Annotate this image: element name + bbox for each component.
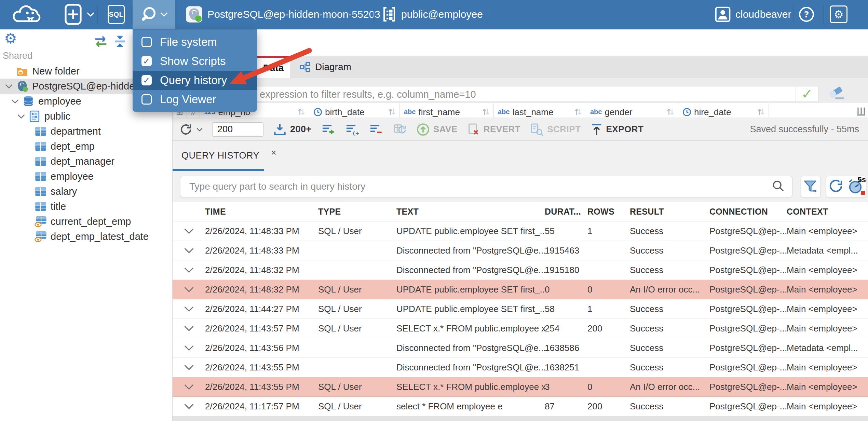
link-with-editor-button[interactable] <box>93 35 109 49</box>
delete-row-button[interactable] <box>369 123 383 136</box>
schema-selector[interactable]: public@employee <box>382 0 483 29</box>
history-column-result[interactable]: RESULT <box>630 207 709 217</box>
row-expander-chevron-icon[interactable] <box>173 287 205 292</box>
checked-checkbox-icon[interactable]: ✓ <box>141 75 152 85</box>
clear-filter-button[interactable] <box>827 85 846 101</box>
tab-data[interactable]: Data <box>257 56 290 78</box>
collapse-all-button[interactable] <box>113 35 127 49</box>
tree-item-dept-emp-latest-date[interactable]: dept_emp_latest_date <box>0 229 173 244</box>
refresh-table-button[interactable] <box>393 123 407 136</box>
history-search-input[interactable] <box>180 181 772 192</box>
grid-column-last-name[interactable]: abclast_name <box>494 103 586 118</box>
history-row[interactable]: 2/26/2024, 11:43:57 PMSQL / UserSELECT x… <box>173 319 868 338</box>
grid-column-hire-date[interactable]: hire_date <box>678 103 769 118</box>
history-row[interactable]: 2/26/2024, 11:43:56 PMDisconnected from … <box>173 338 868 358</box>
history-column-time[interactable]: TIME <box>205 207 318 217</box>
query-history-tab[interactable]: QUERY HISTORY × <box>181 150 276 161</box>
tree-expander-chevron-icon[interactable] <box>3 84 15 89</box>
export-button[interactable]: EXPORT <box>591 123 644 136</box>
filter-expression-input[interactable]: expression to filter results, e.g. colum… <box>180 86 818 102</box>
history-filter-button[interactable] <box>801 176 820 197</box>
row-expander-chevron-icon[interactable] <box>173 345 205 351</box>
sort-arrows-icon[interactable] <box>482 108 490 117</box>
filter-funnel-icon <box>803 179 818 194</box>
menu-item-query-history[interactable]: ✓Query history <box>133 71 257 90</box>
add-row-button[interactable] <box>321 123 336 136</box>
refresh-button[interactable] <box>179 122 203 137</box>
row-expander-chevron-icon[interactable] <box>173 306 205 312</box>
history-column-rows[interactable]: ROWS <box>587 207 630 217</box>
history-row[interactable]: 2/26/2024, 11:48:32 PMSQL / UserUPDATE p… <box>173 280 868 299</box>
tree-expander-chevron-icon[interactable] <box>15 114 27 119</box>
tree-item-title[interactable]: title <box>0 199 173 214</box>
sort-arrows-icon[interactable] <box>666 108 675 117</box>
history-column-context[interactable]: CONTEXT <box>787 207 868 217</box>
script-button[interactable]: SCRIPT <box>530 123 581 136</box>
user-menu[interactable]: cloudbeaver <box>715 0 791 29</box>
sql-editor-button[interactable]: SQL <box>108 0 125 29</box>
unchecked-checkbox-icon[interactable] <box>141 94 152 105</box>
settings-button[interactable]: ⚙ <box>830 0 847 29</box>
history-row[interactable]: 2/26/2024, 11:44:27 PMSQL / UserUPDATE p… <box>173 299 868 319</box>
row-expander-chevron-icon[interactable] <box>173 404 205 409</box>
tree-item-employee[interactable]: employee <box>0 169 173 184</box>
tab-diagram[interactable]: Diagram <box>290 56 361 78</box>
row-expander-chevron-icon[interactable] <box>173 365 205 370</box>
tree-item-dept-manager[interactable]: dept_manager <box>0 154 173 169</box>
history-column-type[interactable]: TYPE <box>318 207 396 217</box>
history-row[interactable]: 2/26/2024, 11:48:33 PMDisconnected from … <box>173 241 868 260</box>
tools-menu-button[interactable] <box>133 0 175 29</box>
connection-selector[interactable]: PostgreSQL@ep-hidden-moon-55203 <box>186 0 380 29</box>
grid-column-gender[interactable]: abcgender <box>586 103 678 118</box>
revert-button[interactable]: REVERT <box>467 123 520 136</box>
unchecked-checkbox-icon[interactable] <box>141 37 152 47</box>
cloudbeaver-logo[interactable] <box>8 0 46 29</box>
sort-arrows-icon[interactable] <box>574 108 582 117</box>
row-expander-chevron-icon[interactable] <box>173 248 205 253</box>
checked-checkbox-icon[interactable]: ✓ <box>141 56 152 66</box>
revert-icon <box>467 123 480 136</box>
menu-item-label: File system <box>160 36 217 49</box>
history-row[interactable]: 2/26/2024, 11:17:57 PMSQL / Userselect *… <box>173 397 868 416</box>
sort-arrows-icon[interactable] <box>297 108 306 117</box>
tree-item-current-dept-emp[interactable]: current_dept_emp <box>0 214 173 229</box>
history-row[interactable]: 2/26/2024, 11:43:55 PMSQL / UserSELECT x… <box>173 377 868 397</box>
menu-item-file-system[interactable]: File system <box>133 32 257 52</box>
auto-refresh-button[interactable]: 5s <box>847 177 865 196</box>
history-refresh-button[interactable] <box>828 178 844 195</box>
tree-item-dept-emp[interactable]: dept_emp <box>0 139 173 154</box>
menu-item-log-viewer[interactable]: Log Viewer <box>133 90 257 109</box>
menu-item-show-scripts[interactable]: ✓Show Scripts <box>133 52 257 71</box>
grid-column-first-name[interactable]: abcfirst_name <box>400 103 494 118</box>
history-row[interactable]: 2/26/2024, 11:43:55 PMDisconnected from … <box>173 358 868 377</box>
history-scrollbar-track[interactable] <box>173 416 868 421</box>
sort-arrows-icon[interactable] <box>757 108 765 117</box>
tree-item-salary[interactable]: salary <box>0 184 173 199</box>
row-expander-chevron-icon[interactable] <box>173 228 205 234</box>
sort-arrows-icon[interactable] <box>388 108 396 117</box>
history-column-connection[interactable]: CONNECTION <box>709 207 787 217</box>
sidebar-settings-gear-icon[interactable]: ⚙ <box>4 31 17 46</box>
refresh-interval-label: 5s <box>858 175 866 184</box>
apply-filter-button[interactable]: ✓ <box>796 86 818 101</box>
tree-item-department[interactable]: department <box>0 124 173 139</box>
save-button[interactable]: SAVE <box>416 123 458 136</box>
sync-arrows-icon <box>93 35 109 48</box>
history-row[interactable]: 2/26/2024, 11:48:33 PMSQL / UserUPDATE p… <box>173 221 868 241</box>
close-icon[interactable]: × <box>271 148 276 158</box>
view-icon <box>33 231 48 242</box>
new-connection-button[interactable] <box>64 0 94 29</box>
duplicate-row-button[interactable]: (+) <box>345 123 360 136</box>
history-column-durat[interactable]: DURAT... <box>545 207 587 217</box>
history-column-text[interactable]: TEXT <box>396 207 545 217</box>
fetch-more-button[interactable]: 200+ <box>273 123 312 136</box>
row-expander-chevron-icon[interactable] <box>173 267 205 273</box>
tree-expander-chevron-icon[interactable] <box>9 99 21 104</box>
history-row[interactable]: 2/26/2024, 11:48:32 PMDisconnected from … <box>173 260 868 280</box>
grid-column-birth-date[interactable]: birth_date <box>309 103 400 118</box>
row-limit-input[interactable] <box>212 122 263 137</box>
grid-panel-toggle[interactable] <box>854 103 868 118</box>
row-expander-chevron-icon[interactable] <box>173 384 205 390</box>
row-expander-chevron-icon[interactable] <box>173 326 205 331</box>
help-button[interactable]: ? <box>798 0 815 29</box>
